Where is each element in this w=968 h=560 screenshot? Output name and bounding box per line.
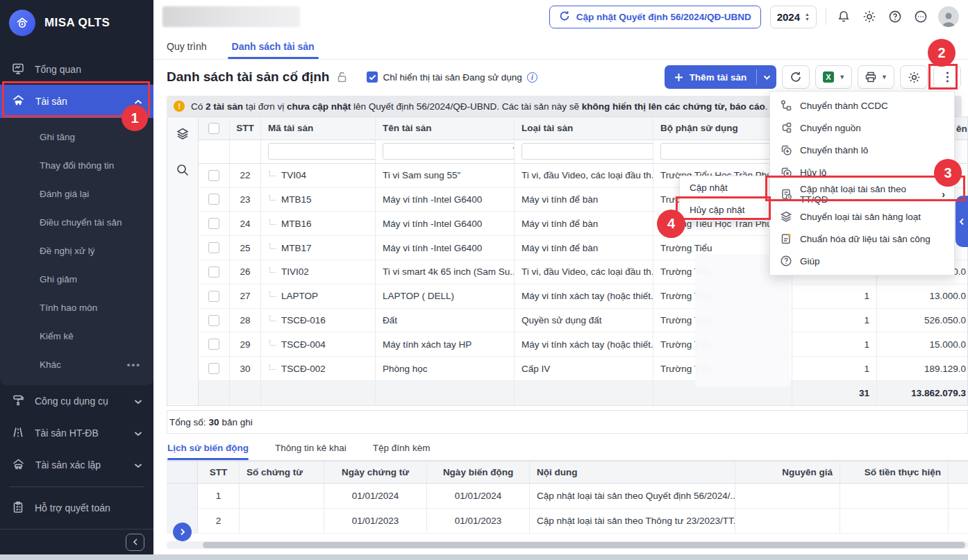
year-stepper-icon[interactable]: ▲▼ xyxy=(805,12,810,22)
tab-lich-su-bien-dong[interactable]: Lịch sử biến động xyxy=(167,435,249,460)
total-count: 30 xyxy=(209,417,219,427)
horizontal-scrollbar[interactable] xyxy=(167,541,968,549)
filter-dept-input[interactable] xyxy=(665,146,787,157)
export-excel-button[interactable]: X ▼ xyxy=(815,65,852,89)
menu-item-cap-nhat-loai-tai-san[interactable]: Cập nhật loại tài sản theo TT/QĐ› xyxy=(770,183,954,205)
settings-gear-icon[interactable] xyxy=(861,8,878,25)
row-checkbox[interactable] xyxy=(199,357,230,380)
layers-icon xyxy=(779,210,792,223)
col-loai-tai-san[interactable]: Loại tài sản xyxy=(515,117,653,139)
filter-name[interactable] xyxy=(383,143,515,160)
col-stt[interactable]: STT xyxy=(230,117,261,139)
scrollbar-thumb[interactable] xyxy=(203,542,965,548)
menu-item-chuyen-thanh-lo[interactable]: Chuyển thành lô xyxy=(770,139,954,161)
row-checkbox[interactable] xyxy=(199,285,230,308)
col-ngay-chung-tu[interactable]: Ngày chứng từ xyxy=(324,461,427,483)
more-actions-button[interactable] xyxy=(933,65,961,89)
sidebar-item-tai-san-ht-db[interactable]: Tài sản HT-ĐB xyxy=(0,417,153,449)
table-row[interactable]: 28TSCĐ-016ĐấtQuyền sử dụng đấtTrường Tiể… xyxy=(199,309,967,333)
col-so-chung-tu[interactable]: Số chứng từ xyxy=(240,461,324,483)
submenu-label: Điều chuyển tài sản xyxy=(40,217,122,228)
history-row[interactable]: 2 01/01/2023 01/01/2023 Cập nhật loại tà… xyxy=(167,509,968,534)
filter-code[interactable] xyxy=(268,143,376,160)
main-tabs: Quy trình Danh sách tài sản xyxy=(153,33,968,60)
menu-item-huy-lo[interactable]: Hủy lô xyxy=(770,161,954,183)
refresh-icon xyxy=(790,71,802,83)
history-row[interactable]: 1 01/01/2024 01/01/2024 Cập nhật loại tà… xyxy=(167,484,968,509)
year-selector[interactable]: 2024 ▲▼ xyxy=(770,6,817,28)
row-checkbox[interactable] xyxy=(199,332,230,356)
search-icon[interactable] xyxy=(176,163,190,180)
row-checkbox[interactable] xyxy=(199,236,230,260)
add-asset-dropdown[interactable] xyxy=(757,65,776,89)
menu-item-giup[interactable]: Giúp xyxy=(770,250,954,272)
submenu-item-tinh-hao-mon[interactable]: Tính hao mòn xyxy=(0,294,153,322)
layers-icon[interactable] xyxy=(175,126,190,144)
row-checkbox[interactable] xyxy=(199,164,230,187)
add-asset-button[interactable]: Thêm tài sản xyxy=(665,65,777,89)
tab-quy-trinh[interactable]: Quy trình xyxy=(167,33,207,59)
info-icon[interactable]: i xyxy=(527,72,537,83)
submenu-item-khac[interactable]: Khác••• xyxy=(0,350,153,379)
col-so-tien-thuc-hien[interactable]: Số tiền thực hiện xyxy=(840,461,949,483)
table-row[interactable]: 30TSCĐ-002Phòng họcCấp IVTrường Tiểu1189… xyxy=(199,357,967,381)
help-icon xyxy=(779,255,792,267)
update-decision-button[interactable]: Cập nhật Quyết định 56/2024/QĐ-UBND xyxy=(549,6,761,28)
sidebar-item-tai-san-xac-lap[interactable]: Tài sản xác lập xyxy=(0,449,153,481)
show-active-filter[interactable]: Chỉ hiển thị tài sản Đang sử dụng i xyxy=(367,71,537,83)
help-icon[interactable] xyxy=(887,8,903,25)
sidebar-item-label: Hỗ trợ quyết toán xyxy=(35,502,142,514)
submenu-item-ghi-giam[interactable]: Ghi giảm xyxy=(0,265,153,294)
filter-code-input[interactable] xyxy=(272,146,376,157)
next-expand-button[interactable] xyxy=(173,523,192,541)
row-checkbox[interactable] xyxy=(199,260,230,284)
more-options-icon[interactable] xyxy=(912,8,929,25)
col-noi-dung[interactable]: Nội dung xyxy=(530,461,735,483)
tab-tep-dinh-kem[interactable]: Tệp đính kèm xyxy=(373,435,431,460)
filter-type[interactable]: ▼ xyxy=(521,143,653,160)
row-checkbox[interactable] xyxy=(199,212,230,235)
app-window: MISA QLTS Tổng quan Tài sản Ghi tăng Tha… xyxy=(0,0,968,560)
chevron-up-icon xyxy=(134,96,142,107)
submenu-item-ghi-tang[interactable]: Ghi tăng xyxy=(0,123,153,151)
ellipsis-icon: ••• xyxy=(127,359,141,370)
col-ten-tai-san[interactable]: Tên tài sản xyxy=(376,117,515,139)
sidebar-item-ho-tro-quyet-toan[interactable]: Hỗ trợ quyết toán xyxy=(0,493,153,523)
table-row[interactable]: 29TSCĐ-004Máy tính xách tay HPMáy vi tín… xyxy=(199,332,967,357)
row-checkbox[interactable] xyxy=(199,309,230,332)
menu-item-chuyen-thanh-ccdc[interactable]: Chuyển thành CCDC xyxy=(770,94,954,117)
menu-item-chuyen-loai-hang-loat[interactable]: Chuyển loại tài sản hàng loạt xyxy=(770,205,954,228)
submenu-item-de-nghi-xu-ly[interactable]: Đề nghị xử lý xyxy=(0,237,153,265)
tools-icon xyxy=(11,393,25,409)
submenu-item-dieu-chuyen-tai-san[interactable]: Điều chuyển tài sản xyxy=(0,208,153,237)
sidebar-collapse-button[interactable] xyxy=(126,534,144,551)
print-button[interactable]: ▼ xyxy=(858,65,894,89)
sidebar-item-assets[interactable]: Tài sản xyxy=(0,85,153,118)
col-ma-tai-san[interactable]: Mã tài sản xyxy=(261,117,376,139)
tab-thong-tin-ke-khai[interactable]: Thông tin kê khai xyxy=(275,435,347,460)
table-settings-button[interactable] xyxy=(900,65,928,89)
sidebar-item-overview[interactable]: Tổng quan xyxy=(0,54,153,85)
submenu-item-huy-cap-nhat[interactable]: Hủy cập nhật xyxy=(680,198,769,221)
submenu-item-thay-doi-thong-tin[interactable]: Thay đổi thông tin xyxy=(0,151,153,180)
sidebar-item-cong-cu-dung-cu[interactable]: Công cụ dụng cụ xyxy=(0,385,153,417)
submenu-item-cap-nhat[interactable]: Cập nhật xyxy=(680,176,769,198)
table-row[interactable]: 27LAPTOPLAPTOP ( DELL)Máy vi tính xách t… xyxy=(199,285,967,309)
checkbox-checked-icon[interactable] xyxy=(367,71,378,83)
select-all-checkbox[interactable] xyxy=(199,117,230,139)
submenu-item-kiem-ke[interactable]: Kiểm kê xyxy=(0,322,153,350)
tab-danh-sach-tai-san[interactable]: Danh sách tài sản xyxy=(232,33,315,59)
user-avatar[interactable] xyxy=(938,6,959,27)
refresh-button[interactable] xyxy=(782,65,810,89)
panel-expand-button[interactable] xyxy=(956,196,968,247)
submenu-item-danh-gia-lai[interactable]: Đánh giá lại xyxy=(0,180,153,208)
filter-type-input[interactable] xyxy=(526,146,648,157)
filter-name-input[interactable] xyxy=(387,146,509,157)
menu-item-chuan-hoa-du-lieu[interactable]: Chuẩn hóa dữ liệu tài sản công xyxy=(770,228,954,250)
col-ngay-bien-dong[interactable]: Ngày biến động xyxy=(427,461,530,483)
menu-item-chuyen-nguon[interactable]: Chuyển nguồn xyxy=(770,117,954,139)
row-checkbox[interactable] xyxy=(199,188,230,212)
notifications-bell-icon[interactable] xyxy=(835,8,852,25)
col-nguyen-gia[interactable]: Nguyên giá xyxy=(735,461,840,483)
col-stt[interactable]: STT xyxy=(198,461,240,483)
